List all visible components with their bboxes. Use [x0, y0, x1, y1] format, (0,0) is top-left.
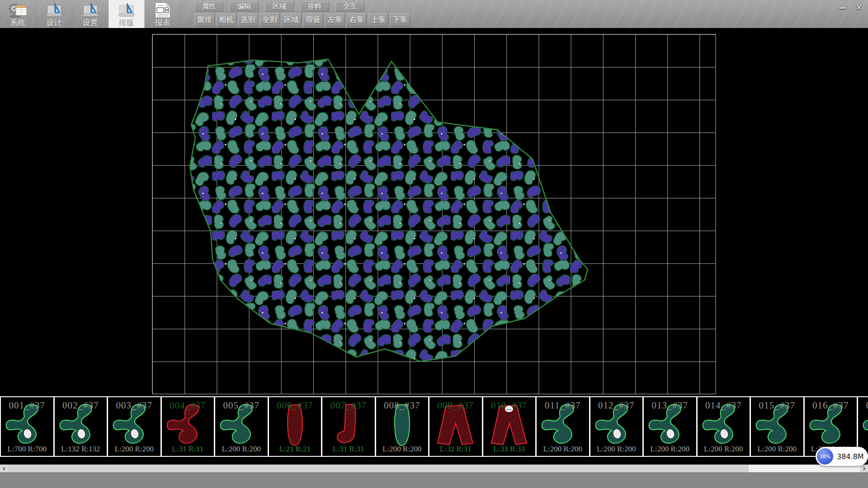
nesting-canvas[interactable] — [0, 28, 868, 398]
piece-id: 006_#37 — [269, 400, 321, 411]
piece-counts: L:200 R:200 — [698, 445, 750, 454]
menu-tab[interactable]: 编辑 — [230, 1, 259, 12]
app-mode-settings[interactable]: 设置 — [72, 0, 108, 28]
horizontal-scrollbar[interactable]: ‹ › — [0, 465, 868, 472]
action-button[interactable]: 选割 — [238, 13, 258, 27]
piece-counts: L:32 R:31 — [429, 445, 482, 454]
action-button[interactable]: 上靠 — [368, 13, 388, 27]
action-button[interactable]: 左靠 — [325, 13, 345, 27]
action-button[interactable]: 聚排 — [194, 13, 215, 27]
pieces-panel: 001_#37 L:700 R:700 002_#37 L:132 R:132 … — [0, 396, 868, 457]
nesting-setsquare-icon — [118, 2, 136, 19]
piece-counts: L:700 R:700 — [1, 445, 53, 454]
piece-counts: L:200 R:200 — [590, 445, 643, 454]
piece-thumbnail[interactable]: 009_#37 L:32 R:31 — [429, 397, 483, 456]
piece-counts: L:200 R:200 — [215, 445, 268, 454]
piece-counts: L:200 R:200 — [644, 445, 696, 454]
piece-counts: L:31 R:31 — [322, 445, 375, 454]
memory-value: 384.8M — [837, 452, 864, 461]
system-gear-table-icon — [8, 2, 28, 19]
panel-gap — [0, 457, 868, 465]
app-mode-label: 设计 — [47, 19, 62, 27]
piece-id: 010_#37 — [483, 400, 536, 411]
piece-id: 001_#37 — [1, 400, 53, 411]
piece-id: 004_#37 — [162, 400, 214, 411]
piece-id: 014_#37 — [698, 400, 750, 411]
app-mode-report[interactable]: 报表 — [145, 0, 181, 28]
piece-id: 015_#37 — [751, 400, 803, 411]
action-button[interactable]: 相机 — [216, 13, 236, 27]
report-document-icon — [153, 2, 173, 19]
piece-thumbnail[interactable]: 012_#37 L:200 R:200 — [590, 397, 644, 456]
piece-thumbnail[interactable]: 008_#37 L:200 R:200 — [376, 397, 430, 456]
piece-counts: L:132 R:132 — [55, 445, 107, 454]
piece-id: 009_#37 — [429, 400, 482, 411]
app-mode-nesting[interactable]: 排版 — [108, 0, 145, 28]
progress-circle: 38% — [817, 448, 833, 465]
piece-counts: L:21 R:21 — [269, 445, 321, 454]
menu-tab[interactable]: 属性 — [194, 1, 223, 12]
memory-status: 38% 384.8M — [816, 447, 868, 466]
piece-thumbnail[interactable]: 001_#37 L:700 R:700 — [1, 397, 55, 456]
titlebar: 系统 设计 — [0, 0, 868, 28]
piece-thumbnail[interactable]: 006_#37 L:21 R:21 — [269, 397, 323, 456]
piece-id: 016_#37 — [805, 400, 857, 411]
piece-counts: L:33 R:33 — [483, 445, 536, 454]
settings-setsquare-icon — [81, 2, 99, 19]
piece-thumbnail[interactable]: 003_#37 L:200 R:200 — [108, 397, 162, 456]
piece-counts: L:31 R:31 — [162, 445, 214, 454]
scroll-left-button[interactable]: ‹ — [0, 465, 8, 473]
menu-tab[interactable]: 区域 — [265, 1, 294, 12]
piece-thumbnail[interactable]: 014_#37 L:200 R:200 — [698, 397, 751, 456]
piece-id: 011_#37 — [537, 400, 589, 411]
action-button[interactable]: 右靠 — [346, 13, 367, 27]
action-button[interactable]: 区域 — [281, 13, 302, 27]
scroll-right-button[interactable]: › — [860, 465, 868, 473]
piece-counts: L:200 R:200 — [751, 445, 803, 454]
piece-id: 017_#37 — [858, 400, 868, 411]
app-mode-label: 设置 — [83, 19, 98, 27]
design-setsquare-icon — [45, 2, 63, 19]
piece-thumbnail[interactable]: 002_#37 L:132 R:132 — [55, 397, 108, 456]
app-mode-label: 报表 — [155, 19, 170, 27]
close-button[interactable]: ✕ — [852, 2, 866, 13]
piece-thumbnail[interactable]: 005_#37 L:200 R:200 — [215, 397, 269, 456]
piece-thumbnail[interactable]: 011_#37 L:200 R:200 — [537, 397, 590, 456]
app-mode-system[interactable]: 系统 — [0, 0, 36, 28]
piece-id: 012_#37 — [590, 400, 643, 411]
app-mode-row: 系统 设计 — [0, 0, 181, 28]
scrollbar-thumb[interactable] — [8, 465, 748, 473]
piece-thumbnail[interactable]: 004_#37 L:31 R:31 — [162, 397, 216, 456]
piece-thumbnail[interactable]: 007_#37 L:31 R:31 — [322, 397, 376, 456]
piece-thumbnail[interactable]: 013_#37 L:200 R:200 — [644, 397, 698, 456]
action-button[interactable]: 全割 — [259, 13, 280, 27]
minimize-button[interactable]: — — [836, 2, 849, 13]
piece-counts: L:200 R:200 — [537, 445, 589, 454]
piece-id: 002_#37 — [55, 400, 107, 411]
app-mode-label: 系统 — [10, 19, 26, 27]
piece-counts: L:200 R:200 — [108, 445, 160, 454]
piece-id: 007_#37 — [322, 400, 375, 411]
menu-tab[interactable]: 交互 — [335, 1, 364, 12]
window-controls: — ✕ — [836, 2, 866, 13]
piece-id: 003_#37 — [108, 400, 160, 411]
piece-thumbnail[interactable]: 015_#37 L:200 R:200 — [751, 397, 805, 456]
piece-counts: L:200 R:200 — [376, 445, 429, 454]
window-bottom-chrome — [0, 472, 868, 488]
action-button[interactable]: 下靠 — [390, 13, 410, 27]
piece-id: 005_#37 — [215, 400, 268, 411]
application-window: 系统 设计 — [0, 0, 868, 488]
app-mode-label: 排版 — [119, 19, 134, 27]
action-button[interactable]: 瑕疵 — [303, 13, 323, 27]
menu-tab-row: 属性 编辑 区域 排料 交互 — [194, 1, 364, 12]
action-button-row: 聚排 相机 选割 全割 区域 瑕疵 左靠 右靠 上靠 下靠 — [194, 13, 410, 27]
app-mode-design[interactable]: 设计 — [36, 0, 72, 28]
piece-id: 013_#37 — [644, 400, 696, 411]
piece-thumbnail[interactable]: 010_#37 L:33 R:33 — [483, 397, 537, 456]
piece-id: 008_#37 — [376, 400, 429, 411]
menu-tab[interactable]: 排料 — [300, 1, 329, 12]
